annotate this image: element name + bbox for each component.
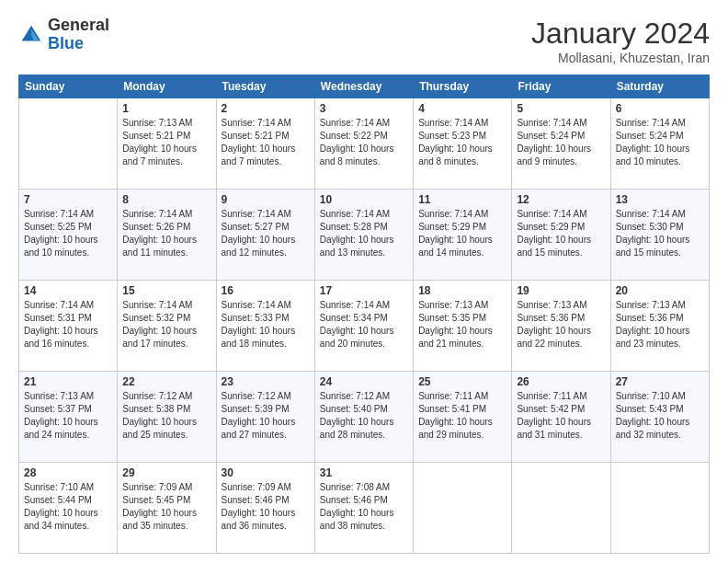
title-block: January 2024 Mollasani, Khuzestan, Iran bbox=[531, 17, 710, 65]
day-info: Sunrise: 7:14 AM Sunset: 5:24 PM Dayligh… bbox=[517, 117, 605, 168]
week-row-3: 14Sunrise: 7:14 AM Sunset: 5:31 PM Dayli… bbox=[19, 281, 710, 372]
calendar-cell: 24Sunrise: 7:12 AM Sunset: 5:40 PM Dayli… bbox=[314, 372, 413, 463]
day-info: Sunrise: 7:14 AM Sunset: 5:27 PM Dayligh… bbox=[222, 208, 310, 259]
day-number: 13 bbox=[616, 193, 704, 206]
day-number: 2 bbox=[222, 102, 310, 115]
calendar-cell: 16Sunrise: 7:14 AM Sunset: 5:33 PM Dayli… bbox=[216, 281, 314, 372]
day-number: 24 bbox=[320, 375, 408, 388]
calendar-cell: 17Sunrise: 7:14 AM Sunset: 5:34 PM Dayli… bbox=[314, 281, 413, 372]
day-number: 11 bbox=[418, 193, 506, 206]
day-number: 5 bbox=[517, 102, 605, 115]
day-number: 29 bbox=[122, 466, 210, 479]
day-of-week-thursday: Thursday bbox=[414, 75, 512, 98]
day-number: 10 bbox=[320, 193, 408, 206]
day-info: Sunrise: 7:14 AM Sunset: 5:32 PM Dayligh… bbox=[122, 299, 210, 350]
calendar-cell: 14Sunrise: 7:14 AM Sunset: 5:31 PM Dayli… bbox=[19, 281, 118, 372]
day-info: Sunrise: 7:14 AM Sunset: 5:21 PM Dayligh… bbox=[222, 117, 310, 168]
day-of-week-tuesday: Tuesday bbox=[216, 75, 314, 98]
month-title: January 2024 bbox=[531, 17, 710, 51]
calendar-cell: 20Sunrise: 7:13 AM Sunset: 5:36 PM Dayli… bbox=[610, 281, 709, 372]
logo-text: General Blue bbox=[48, 17, 109, 53]
calendar-cell: 11Sunrise: 7:14 AM Sunset: 5:29 PM Dayli… bbox=[414, 190, 512, 281]
calendar-cell: 9Sunrise: 7:14 AM Sunset: 5:27 PM Daylig… bbox=[216, 190, 314, 281]
calendar-cell: 13Sunrise: 7:14 AM Sunset: 5:30 PM Dayli… bbox=[610, 190, 709, 281]
calendar-cell: 8Sunrise: 7:14 AM Sunset: 5:26 PM Daylig… bbox=[118, 190, 216, 281]
week-row-2: 7Sunrise: 7:14 AM Sunset: 5:25 PM Daylig… bbox=[19, 190, 710, 281]
logo-icon bbox=[18, 22, 44, 48]
day-number: 7 bbox=[24, 193, 112, 206]
day-number: 15 bbox=[122, 284, 210, 297]
day-info: Sunrise: 7:10 AM Sunset: 5:44 PM Dayligh… bbox=[24, 481, 112, 533]
day-info: Sunrise: 7:13 AM Sunset: 5:36 PM Dayligh… bbox=[616, 299, 704, 350]
calendar-cell bbox=[19, 98, 118, 190]
calendar-cell: 23Sunrise: 7:12 AM Sunset: 5:39 PM Dayli… bbox=[216, 372, 314, 463]
day-info: Sunrise: 7:14 AM Sunset: 5:26 PM Dayligh… bbox=[122, 208, 210, 259]
header-row: SundayMondayTuesdayWednesdayThursdayFrid… bbox=[19, 75, 710, 98]
calendar-cell: 18Sunrise: 7:13 AM Sunset: 5:35 PM Dayli… bbox=[414, 281, 512, 372]
calendar-cell bbox=[610, 463, 709, 554]
calendar-cell: 5Sunrise: 7:14 AM Sunset: 5:24 PM Daylig… bbox=[512, 98, 610, 190]
week-row-5: 28Sunrise: 7:10 AM Sunset: 5:44 PM Dayli… bbox=[19, 463, 710, 554]
day-number: 8 bbox=[122, 193, 210, 206]
calendar-cell: 7Sunrise: 7:14 AM Sunset: 5:25 PM Daylig… bbox=[19, 190, 118, 281]
day-info: Sunrise: 7:14 AM Sunset: 5:28 PM Dayligh… bbox=[320, 208, 408, 259]
day-info: Sunrise: 7:12 AM Sunset: 5:40 PM Dayligh… bbox=[320, 390, 408, 442]
calendar-cell: 28Sunrise: 7:10 AM Sunset: 5:44 PM Dayli… bbox=[19, 463, 118, 554]
calendar-table: SundayMondayTuesdayWednesdayThursdayFrid… bbox=[18, 75, 710, 554]
day-info: Sunrise: 7:14 AM Sunset: 5:30 PM Dayligh… bbox=[616, 208, 704, 259]
page: General Blue January 2024 Mollasani, Khu… bbox=[0, 0, 728, 563]
calendar-cell: 2Sunrise: 7:14 AM Sunset: 5:21 PM Daylig… bbox=[216, 98, 314, 190]
day-number: 4 bbox=[418, 102, 506, 115]
day-number: 28 bbox=[24, 466, 112, 479]
day-number: 18 bbox=[418, 284, 506, 297]
day-number: 26 bbox=[517, 375, 605, 388]
calendar-cell: 4Sunrise: 7:14 AM Sunset: 5:23 PM Daylig… bbox=[414, 98, 512, 190]
day-number: 23 bbox=[222, 375, 310, 388]
logo-blue: Blue bbox=[48, 34, 84, 52]
day-of-week-sunday: Sunday bbox=[19, 75, 118, 98]
day-of-week-saturday: Saturday bbox=[610, 75, 709, 98]
day-info: Sunrise: 7:09 AM Sunset: 5:45 PM Dayligh… bbox=[122, 481, 210, 533]
day-info: Sunrise: 7:11 AM Sunset: 5:42 PM Dayligh… bbox=[517, 390, 605, 442]
day-number: 19 bbox=[517, 284, 605, 297]
day-info: Sunrise: 7:14 AM Sunset: 5:23 PM Dayligh… bbox=[418, 117, 506, 168]
day-number: 22 bbox=[122, 375, 210, 388]
calendar-cell: 27Sunrise: 7:10 AM Sunset: 5:43 PM Dayli… bbox=[610, 372, 709, 463]
day-info: Sunrise: 7:14 AM Sunset: 5:34 PM Dayligh… bbox=[320, 299, 408, 350]
calendar-cell: 22Sunrise: 7:12 AM Sunset: 5:38 PM Dayli… bbox=[118, 372, 216, 463]
calendar-cell: 29Sunrise: 7:09 AM Sunset: 5:45 PM Dayli… bbox=[118, 463, 216, 554]
calendar-cell: 6Sunrise: 7:14 AM Sunset: 5:24 PM Daylig… bbox=[610, 98, 709, 190]
calendar-cell: 3Sunrise: 7:14 AM Sunset: 5:22 PM Daylig… bbox=[314, 98, 413, 190]
day-info: Sunrise: 7:14 AM Sunset: 5:29 PM Dayligh… bbox=[517, 208, 605, 259]
day-number: 21 bbox=[24, 375, 112, 388]
day-info: Sunrise: 7:08 AM Sunset: 5:46 PM Dayligh… bbox=[320, 481, 408, 533]
day-info: Sunrise: 7:14 AM Sunset: 5:24 PM Dayligh… bbox=[616, 117, 704, 168]
calendar-cell: 10Sunrise: 7:14 AM Sunset: 5:28 PM Dayli… bbox=[314, 190, 413, 281]
day-number: 12 bbox=[517, 193, 605, 206]
week-row-4: 21Sunrise: 7:13 AM Sunset: 5:37 PM Dayli… bbox=[19, 372, 710, 463]
calendar-cell: 15Sunrise: 7:14 AM Sunset: 5:32 PM Dayli… bbox=[118, 281, 216, 372]
day-info: Sunrise: 7:12 AM Sunset: 5:38 PM Dayligh… bbox=[122, 390, 210, 442]
day-number: 27 bbox=[616, 375, 704, 388]
day-number: 9 bbox=[222, 193, 310, 206]
day-number: 14 bbox=[24, 284, 112, 297]
day-info: Sunrise: 7:14 AM Sunset: 5:25 PM Dayligh… bbox=[24, 208, 112, 259]
calendar-cell: 25Sunrise: 7:11 AM Sunset: 5:41 PM Dayli… bbox=[414, 372, 512, 463]
week-row-1: 1Sunrise: 7:13 AM Sunset: 5:21 PM Daylig… bbox=[19, 98, 710, 190]
day-info: Sunrise: 7:14 AM Sunset: 5:33 PM Dayligh… bbox=[222, 299, 310, 350]
day-info: Sunrise: 7:11 AM Sunset: 5:41 PM Dayligh… bbox=[418, 390, 506, 442]
day-info: Sunrise: 7:12 AM Sunset: 5:39 PM Dayligh… bbox=[222, 390, 310, 442]
day-number: 1 bbox=[122, 102, 210, 115]
day-of-week-wednesday: Wednesday bbox=[314, 75, 413, 98]
header: General Blue January 2024 Mollasani, Khu… bbox=[18, 17, 710, 65]
calendar-cell: 12Sunrise: 7:14 AM Sunset: 5:29 PM Dayli… bbox=[512, 190, 610, 281]
day-number: 6 bbox=[616, 102, 704, 115]
day-of-week-monday: Monday bbox=[118, 75, 216, 98]
day-info: Sunrise: 7:14 AM Sunset: 5:29 PM Dayligh… bbox=[418, 208, 506, 259]
calendar-cell: 21Sunrise: 7:13 AM Sunset: 5:37 PM Dayli… bbox=[19, 372, 118, 463]
calendar-cell: 26Sunrise: 7:11 AM Sunset: 5:42 PM Dayli… bbox=[512, 372, 610, 463]
day-number: 30 bbox=[222, 466, 310, 479]
day-info: Sunrise: 7:13 AM Sunset: 5:37 PM Dayligh… bbox=[24, 390, 112, 442]
day-number: 17 bbox=[320, 284, 408, 297]
day-of-week-friday: Friday bbox=[512, 75, 610, 98]
